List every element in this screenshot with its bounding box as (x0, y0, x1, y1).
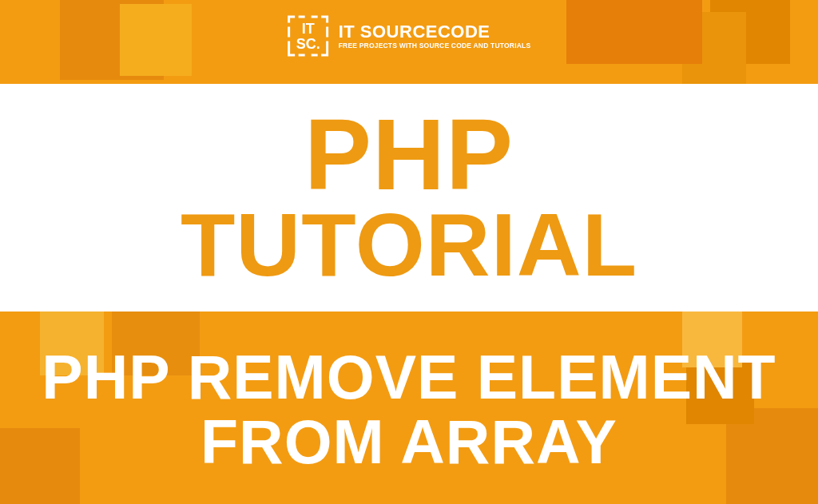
logo-subtitle: FREE PROJECTS WITH SOURCE CODE AND TUTOR… (339, 42, 531, 50)
main-title-line-2: TUTORIAL (181, 203, 637, 288)
logo-icon: IT SC. (288, 12, 329, 60)
bg-decoration (710, 0, 790, 64)
svg-text:SC.: SC. (296, 36, 320, 52)
bg-decoration (120, 4, 192, 76)
logo-title: IT SOURCECODE (339, 23, 531, 41)
bg-decoration (566, 0, 702, 64)
main-title-panel: PHP TUTORIAL (0, 84, 818, 312)
subtitle-line-2: FROM ARRAY (201, 410, 617, 474)
bg-decoration (60, 0, 164, 80)
subtitle-section: PHP REMOVE ELEMENT FROM ARRAY (0, 327, 818, 492)
logo-text: IT SOURCECODE FREE PROJECTS WITH SOURCE … (339, 23, 531, 50)
logo-section: IT SC. IT SOURCECODE FREE PROJECTS WITH … (288, 12, 531, 60)
subtitle-line-1: PHP REMOVE ELEMENT (42, 345, 776, 410)
main-title-line-1: PHP (304, 107, 514, 203)
bg-decoration (682, 12, 746, 92)
svg-text:IT: IT (302, 21, 315, 37)
